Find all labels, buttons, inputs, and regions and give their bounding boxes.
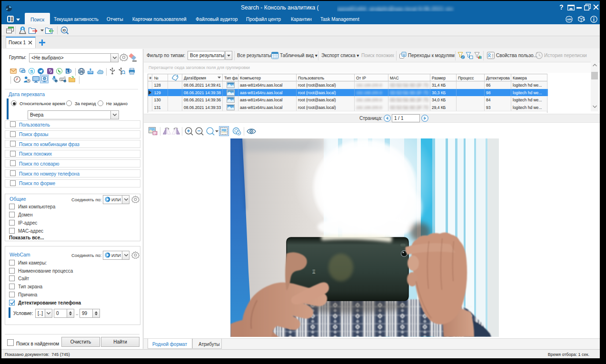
svg-text:i: i (65, 80, 65, 82)
svg-text:FTP: FTP (89, 71, 93, 74)
svg-text:API: API (567, 18, 572, 21)
svg-text:L: L (67, 69, 69, 74)
svg-text:HTTP: HTTP (79, 70, 83, 72)
svg-text:i: i (56, 80, 56, 82)
svg-text:Ξ: Ξ (312, 269, 316, 275)
svg-text:S: S (30, 69, 33, 74)
svg-text:ID: ID (63, 29, 66, 32)
svg-text:IM: IM (22, 70, 24, 73)
